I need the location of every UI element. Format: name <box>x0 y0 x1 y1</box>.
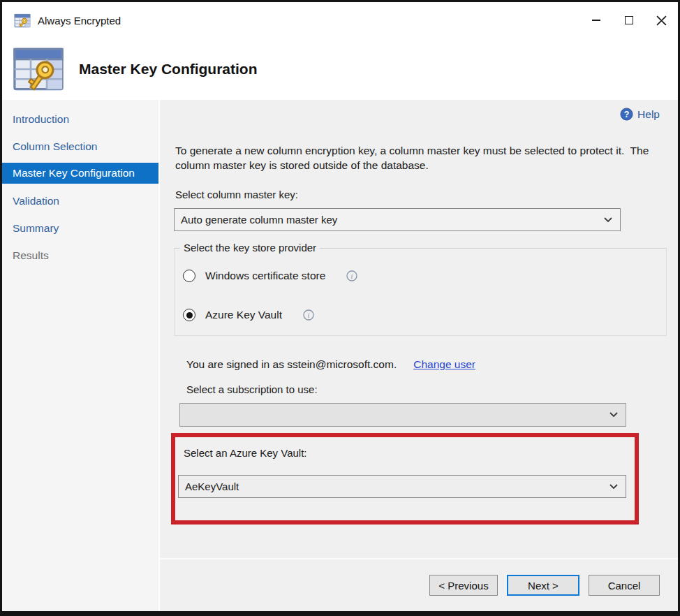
highlight-annotation: Select an Azure Key Vault: AeKeyVault <box>171 433 639 525</box>
chevron-down-icon <box>609 484 618 490</box>
chevron-down-icon <box>604 217 612 223</box>
wizard-footer: < Previous Next > Cancel <box>160 558 678 611</box>
master-key-dropdown-value: Auto generate column master key <box>181 214 337 226</box>
radio-windows-certificate-store[interactable]: Windows certificate store i <box>183 270 357 282</box>
cancel-button[interactable]: Cancel <box>589 575 660 596</box>
main-panel: ? Help To generate a new column encrypti… <box>160 100 678 558</box>
radio-azure-key-vault[interactable]: Azure Key Vault i <box>183 309 314 321</box>
signed-in-text: You are signed in as sstein@microsoft.co… <box>186 358 397 370</box>
help-link[interactable]: ? Help <box>620 108 660 121</box>
vault-dropdown-value: AeKeyVault <box>185 481 239 492</box>
intro-paragraph: To generate a new column encryption key,… <box>175 143 660 173</box>
radio-azure-key-vault-label: Azure Key Vault <box>205 309 282 321</box>
title-bar: Always Encrypted <box>2 2 678 38</box>
radio-selected-icon <box>183 309 195 321</box>
wizard-body: Introduction Column Selection Master Key… <box>2 100 678 611</box>
wizard-window: Always Encrypted Master Key Configuratio… <box>0 0 680 616</box>
sidebar-item-results: Results <box>2 242 158 269</box>
close-icon <box>656 15 667 26</box>
wizard-content: ? Help To generate a new column encrypti… <box>160 100 678 611</box>
sidebar-item-validation[interactable]: Validation <box>2 187 158 214</box>
change-user-link[interactable]: Change user <box>413 358 475 370</box>
radio-windows-certificate-store-label: Windows certificate store <box>205 270 325 282</box>
minimize-icon <box>592 20 600 21</box>
page-title: Master Key Configuration <box>79 61 258 78</box>
chevron-down-icon <box>609 412 618 418</box>
master-key-label: Select column master key: <box>175 189 298 200</box>
minimize-button[interactable] <box>579 2 612 38</box>
info-icon[interactable]: i <box>303 309 314 321</box>
close-button[interactable] <box>645 2 678 38</box>
subscription-dropdown[interactable] <box>179 403 626 427</box>
wizard-header: Master Key Configuration <box>2 38 678 100</box>
help-label: Help <box>637 108 660 121</box>
radio-unselected-icon <box>183 270 195 282</box>
vault-label: Select an Azure Key Vault: <box>184 447 307 459</box>
sidebar-item-introduction[interactable]: Introduction <box>2 105 158 133</box>
svg-text:?: ? <box>624 110 630 119</box>
wizard-steps-sidebar: Introduction Column Selection Master Key… <box>2 100 160 611</box>
svg-text:i: i <box>308 311 310 319</box>
info-icon[interactable]: i <box>346 270 357 281</box>
table-key-icon <box>12 46 65 92</box>
window-controls <box>579 2 678 38</box>
signed-in-status: You are signed in as sstein@microsoft.co… <box>186 358 475 371</box>
svg-text:i: i <box>351 272 353 280</box>
maximize-icon <box>625 16 633 24</box>
maximize-button[interactable] <box>612 2 645 38</box>
previous-button[interactable]: < Previous <box>429 575 498 596</box>
key-store-provider-group: Select the key store provider Windows ce… <box>174 248 667 336</box>
next-button[interactable]: Next > <box>507 575 579 596</box>
key-store-provider-group-title: Select the key store provider <box>180 242 320 254</box>
subscription-label: Select a subscription to use: <box>186 383 318 395</box>
vault-dropdown[interactable]: AeKeyVault <box>178 475 626 498</box>
window-title: Always Encrypted <box>38 15 121 27</box>
sidebar-item-summary[interactable]: Summary <box>2 214 158 242</box>
sidebar-item-master-key-configuration[interactable]: Master Key Configuration <box>2 163 158 184</box>
app-icon <box>14 13 31 28</box>
help-icon: ? <box>620 108 633 121</box>
master-key-dropdown[interactable]: Auto generate column master key <box>174 208 621 231</box>
sidebar-item-column-selection[interactable]: Column Selection <box>2 133 158 160</box>
